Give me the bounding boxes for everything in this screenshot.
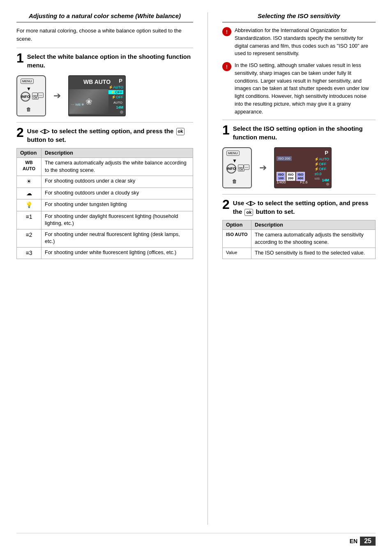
right-step1-text: Select the ISO setting option in the sho… — [233, 124, 376, 141]
iso-table-option-0: ISO AUTO — [223, 230, 251, 248]
iso-table-option-1: Value — [223, 248, 251, 259]
iso-size-group: 14M ◎ — [322, 178, 329, 186]
left-step2-text: Use ◁▷ to select the setting option, and… — [27, 127, 193, 144]
iso-table-col1: Option — [223, 220, 251, 230]
wb-icon-1: ⚡AUTO — [108, 85, 123, 89]
right-step2-heading: 2 Use ◁▷ to select the setting option, a… — [222, 199, 376, 216]
left-divider-2 — [16, 122, 193, 123]
left-step1-number: 1 — [16, 51, 24, 65]
wb-table-option-5: ≡2 — [17, 229, 42, 247]
wb-lcd-p-mode: P — [119, 78, 122, 84]
wb-table-option-6: ≡3 — [17, 247, 42, 259]
wb-lcd-mode-icon: ◎ — [120, 110, 123, 114]
iso-note1-icon: ! — [222, 27, 231, 36]
wb-table-desc-1: For shooting outdoors under a clear sky — [42, 176, 193, 188]
wb-table-option-4: ≡1 — [17, 211, 42, 229]
page: Adjusting to a natural color scheme (Whi… — [0, 0, 392, 558]
footer-en-label: EN — [350, 538, 357, 544]
two-column-layout: Adjusting to a natural color scheme (Whi… — [16, 12, 376, 525]
iso-arrow-down: ▼ — [232, 158, 237, 164]
right-step1-number: 1 — [222, 123, 230, 137]
wb-table-desc-2: For shooting outdoors under a cloudy sky — [42, 188, 193, 199]
wb-table-option-1: ☀ — [17, 176, 42, 188]
wb-options-table: Option Description WB AUTOThe camera aut… — [16, 148, 193, 259]
left-divider-1 — [16, 48, 193, 48]
wb-table-desc-0: The camera automatically adjusts the whi… — [42, 158, 193, 176]
wb-lcd-screen: P WB AUTO ⚡AUTO ⚡OFF ⚡OFF ±0.0 ❀ ⋯ WB ❄ … — [68, 75, 126, 116]
wb-lcd-flowers: ❀ — [69, 89, 108, 114]
wb-table-desc-6: For shooting under white fluorescent lig… — [42, 247, 193, 259]
left-section-title: Adjusting to a natural color scheme (Whi… — [16, 12, 193, 23]
wb-lcd-label: WB AUTO — [83, 79, 111, 85]
iso-icon-3: ⚡OFF — [314, 167, 329, 171]
wb-lcd-bottom-icons: ⋯ WB ❄ — [71, 103, 84, 107]
iso-table-col2: Description — [251, 220, 376, 230]
wb-menu-button: MENU — [21, 79, 34, 84]
right-section-title: Selecting the ISO sensitivity — [222, 12, 376, 23]
wb-camera-diagram: MENU ▼ INFO — OK — 🗑 ➔ P WB AUTO ⚡AUTO ⚡… — [16, 75, 193, 116]
wb-arrow-right: ➔ — [53, 90, 61, 101]
right-divider-2 — [222, 194, 376, 194]
wb-ok-right: — — [38, 93, 44, 98]
wb-table-option-3: 💡 — [17, 199, 42, 211]
iso-aperture-value: F2.6 — [300, 180, 308, 184]
wb-table-col2: Description — [42, 148, 193, 158]
wb-lcd-auto: AUTO — [113, 100, 123, 105]
iso-camera-diagram: MENU ▼ INFO — OK — 🗑 ➔ P ⚡AUTO ⚡OFF ⚡OFF… — [222, 147, 376, 188]
left-intro: For more natural coloring, choose a whit… — [16, 27, 193, 43]
iso-lcd-icons: ⚡AUTO ⚡OFF ⚡OFF ±0.0 WB — [314, 157, 329, 181]
page-footer: EN 25 — [16, 533, 376, 546]
iso-shutter-speed: 1/400 — [277, 180, 286, 184]
left-step1-text: Select the white balance option in the s… — [27, 52, 193, 69]
right-column: Selecting the ISO sensitivity ! Abbrevia… — [222, 12, 376, 525]
iso-table-desc-0: The camera automatically adjusts the sen… — [251, 230, 376, 248]
iso-arrow-right: ➔ — [259, 162, 267, 173]
iso-note1-block: ! Abbreviation for the International Org… — [222, 27, 376, 58]
iso-table-desc-1: The ISO sensitivity is fixed to the sele… — [251, 248, 376, 259]
left-step2-ok: ok — [176, 128, 185, 135]
right-step1-heading: 1 Select the ISO setting option in the s… — [222, 124, 376, 141]
iso-icon-4: ±0.0 — [314, 172, 329, 176]
column-divider — [208, 12, 208, 525]
iso-trash-icon: 🗑 — [232, 178, 237, 184]
iso-note2-text: In the ISO setting, although smaller val… — [235, 62, 376, 116]
left-step2-number: 2 — [16, 126, 24, 139]
iso-icon-1: ⚡AUTO — [314, 157, 329, 161]
wb-lcd-bottom-row: AUTO 14M ◎ — [113, 100, 123, 114]
right-step2-number: 2 — [222, 198, 230, 211]
wb-table-desc-5: For shooting under neutral fluorescent l… — [42, 229, 193, 247]
wb-table-col1: Option — [17, 148, 42, 158]
wb-icon-2: ⚡OFF — [108, 90, 123, 94]
footer-page-number: 25 — [360, 537, 376, 546]
iso-icon-2: ⚡OFF — [314, 162, 329, 166]
wb-arrow-down: ▼ — [26, 86, 31, 92]
wb-info-button: INFO — [21, 92, 30, 102]
iso-bottom-row: 1/400 F2.6 14M ◎ — [277, 178, 329, 186]
wb-lcd-14m: 14M — [116, 105, 123, 109]
iso-note2-icon: ! — [222, 62, 231, 71]
wb-table-option-2: ☁ — [17, 188, 42, 199]
left-step2-heading: 2 Use ◁▷ to select the setting option, a… — [16, 127, 193, 144]
iso-note1-text: Abbreviation for the International Organ… — [235, 27, 376, 58]
wb-icon-3: ⚡OFF — [108, 95, 123, 99]
iso-lcd-p-mode: P — [325, 150, 328, 156]
iso-ok-right: — — [244, 164, 249, 170]
iso-lcd-screen: P ⚡AUTO ⚡OFF ⚡OFF ±0.0 WB ISO 200 ISO100… — [274, 147, 332, 188]
iso-size-label: 14M — [322, 178, 329, 182]
iso-big-text: ISO 200 — [277, 156, 292, 161]
wb-table-desc-3: For shooting under tungsten lighting — [42, 199, 193, 211]
wb-table-option-0: WB AUTO — [17, 158, 42, 176]
iso-note2-block: ! In the ISO setting, although smaller v… — [222, 62, 376, 116]
right-step2-text: Use ◁▷ to select the setting option, and… — [233, 199, 376, 216]
iso-menu-button: MENU — [226, 150, 240, 156]
iso-options-table: Option Description ISO AUTOThe camera au… — [222, 220, 376, 259]
wb-camera-body: MENU ▼ INFO — OK — 🗑 — [16, 75, 46, 116]
wb-table-desc-4: For shooting under daylight fluorescent … — [42, 211, 193, 229]
left-step1-heading: 1 Select the white balance option in the… — [16, 52, 193, 69]
iso-camera-body: MENU ▼ INFO — OK — 🗑 — [222, 147, 252, 188]
wb-flower-icon: ❀ — [85, 97, 92, 107]
right-divider-1 — [222, 120, 376, 120]
left-column: Adjusting to a natural color scheme (Whi… — [16, 12, 193, 525]
right-step2-ok: ok — [244, 209, 253, 216]
iso-info-button: INFO — [226, 164, 236, 174]
